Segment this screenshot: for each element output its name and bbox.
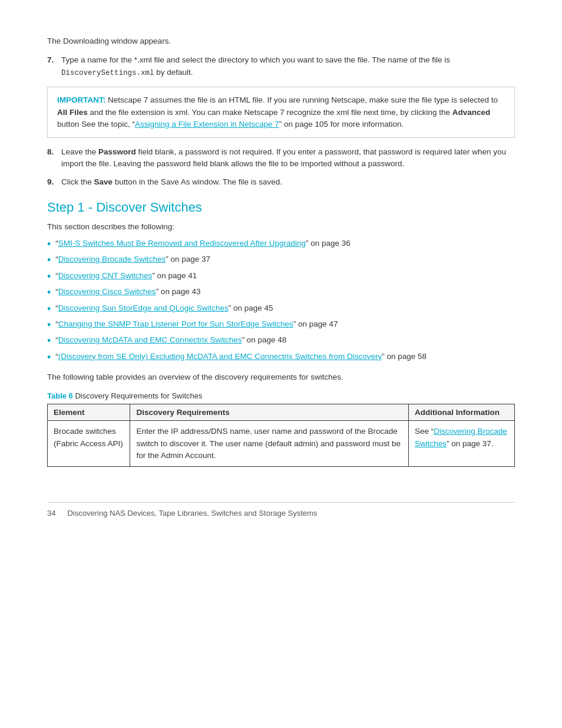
important-label: IMPORTANT: (57, 95, 105, 104)
bullet-link-1[interactable]: SMI-S Switches Must Be Removed and Redis… (58, 239, 306, 248)
bullet-link-4[interactable]: Discovering Cisco Switches (58, 287, 156, 296)
bullet-icon-6: • (47, 318, 51, 332)
bullet-icon-2: • (47, 253, 51, 267)
step-7: 7. Type a name for the *.xml file and se… (47, 54, 515, 78)
cell-discovery: Enter the IP address/DNS name, user name… (130, 421, 409, 467)
list-item: • “Discovering McDATA and EMC Connectrix… (47, 334, 515, 348)
list-item: • “Discovering CNT Switches” on page 41 (47, 270, 515, 284)
list-item: • “Discovering Brocade Switches” on page… (47, 253, 515, 267)
bullet-link-3[interactable]: Discovering CNT Switches (58, 271, 153, 280)
bullet-link-7[interactable]: Discovering McDATA and EMC Connectrix Sw… (58, 335, 242, 344)
cell-additional-prefix: See “ (415, 427, 434, 436)
step-9-text-2: button in the Save As window. The file i… (113, 177, 282, 186)
bullet-suffix-4: ” on page 43 (156, 287, 201, 296)
table-caption-text: Discovery Requirements for Switches (73, 391, 203, 400)
important-text-2: and the file extension is xml. You can m… (88, 108, 452, 117)
list-item: • “Discovering Sun StorEdge and QLogic S… (47, 302, 515, 316)
page-footer: 34 Discovering NAS Devices, Tape Librari… (47, 502, 515, 518)
bullet-suffix-3: ” on page 41 (152, 271, 197, 280)
list-item: • “(Discovery from SE Only) Excluding Mc… (47, 351, 515, 364)
page-content: The Downloading window appears. 7. Type … (0, 0, 562, 553)
list-item: • “Changing the SNMP Trap Listener Port … (47, 318, 515, 332)
col-header-additional: Additional Information (409, 404, 515, 421)
bullet-icon-5: • (47, 302, 51, 316)
bullet-text-2: “Discovering Brocade Switches” on page 3… (55, 253, 210, 265)
discovery-requirements-table: Element Discovery Requirements Additiona… (47, 404, 515, 467)
bullet-icon-7: • (47, 334, 51, 348)
table-caption: Table 6 Discovery Requirements for Switc… (47, 391, 515, 400)
cell-element: Brocade switches (Fabric Access API) (48, 421, 130, 467)
step-7-text: Type a name for the *.xml file and selec… (61, 55, 450, 64)
col-header-discovery: Discovery Requirements (130, 404, 409, 421)
table-header-row: Element Discovery Requirements Additiona… (48, 404, 515, 421)
bullet-suffix-2: ” on page 37 (166, 255, 210, 263)
step-9-num: 9. (47, 176, 61, 188)
section-heading: Step 1 - Discover Switches (47, 200, 515, 215)
bullet-suffix-1: ” on page 36 (306, 239, 351, 248)
bullet-text-5: “Discovering Sun StorEdge and QLogic Swi… (55, 302, 273, 314)
col-header-element: Element (48, 404, 130, 421)
bullet-icon-8: • (47, 351, 51, 364)
step-8: 8. Leave the Password field blank, a pas… (47, 146, 515, 170)
bullet-link-8[interactable]: (Discovery from SE Only) Excluding McDAT… (58, 352, 382, 361)
bullet-text-8: “(Discovery from SE Only) Excluding McDA… (55, 351, 427, 363)
bullet-suffix-6: ” on page 47 (293, 319, 338, 328)
important-text-1: Netscape 7 assumes the file is an HTML f… (108, 95, 498, 104)
bullet-icon-4: • (47, 286, 51, 299)
table-row: Brocade switches (Fabric Access API) Ent… (48, 421, 515, 467)
step-8-content: Leave the Password field blank, a passwo… (61, 146, 515, 170)
bullet-text-7: “Discovering McDATA and EMC Connectrix S… (55, 334, 286, 346)
list-item: • “SMI-S Switches Must Be Removed and Re… (47, 238, 515, 251)
footer-title: Discovering NAS Devices, Tape Libraries,… (67, 509, 317, 518)
step-8-text-1: Leave the (61, 147, 98, 156)
step-7-num: 7. (47, 54, 61, 78)
step-9-text-1: Click the (61, 177, 94, 186)
important-bold-1: All Files (57, 108, 88, 117)
step-8-bold: Password (98, 147, 136, 156)
list-item: • “Discovering Cisco Switches” on page 4… (47, 286, 515, 299)
bullet-link-2[interactable]: Discovering Brocade Switches (58, 255, 166, 263)
bullet-suffix-8: ” on page 58 (382, 352, 427, 361)
cell-additional: See “Discovering Brocade Switches” on pa… (409, 421, 515, 467)
step-7-suffix: by default. (154, 68, 193, 77)
bullet-icon-1: • (47, 238, 51, 251)
bullet-icon-3: • (47, 270, 51, 284)
section-description: This section describes the following: (47, 221, 515, 233)
table-label: Table 6 (47, 391, 73, 400)
bullet-link-6[interactable]: Changing the SNMP Trap Listener Port for… (58, 319, 293, 328)
important-text-3: button See the topic, “ (57, 120, 135, 129)
footer-page-number: 34 (47, 509, 55, 518)
bullet-suffix-7: ” on page 48 (242, 335, 286, 344)
bullet-text-4: “Discovering Cisco Switches” on page 43 (55, 286, 200, 298)
step-7-code: DiscoverySettings.xml (61, 69, 154, 77)
following-text: The following table provides an overview… (47, 371, 515, 383)
bullet-text-3: “Discovering CNT Switches” on page 41 (55, 270, 197, 282)
important-text-4: ” on page 105 for more information. (279, 120, 404, 129)
step-8-num: 8. (47, 146, 61, 170)
bullet-text-1: “SMI-S Switches Must Be Removed and Redi… (55, 238, 351, 249)
step-9-bold: Save (94, 177, 113, 186)
step-7-content: Type a name for the *.xml file and selec… (61, 54, 515, 78)
important-link[interactable]: Assigning a File Extension in Netscape 7 (135, 120, 279, 129)
important-box: IMPORTANT: Netscape 7 assumes the file i… (47, 87, 515, 138)
downloading-window-text: The Downloading window appears. (47, 35, 515, 47)
bullet-text-6: “Changing the SNMP Trap Listener Port fo… (55, 318, 338, 330)
bullet-link-5[interactable]: Discovering Sun StorEdge and QLogic Swit… (58, 304, 229, 312)
important-bold-2: Advanced (452, 108, 491, 117)
step-9-content: Click the Save button in the Save As win… (61, 176, 515, 188)
bullet-list: • “SMI-S Switches Must Be Removed and Re… (47, 238, 515, 364)
bullet-suffix-5: ” on page 45 (229, 304, 273, 312)
step-9: 9. Click the Save button in the Save As … (47, 176, 515, 188)
cell-additional-suffix: ” on page 37. (447, 439, 494, 448)
